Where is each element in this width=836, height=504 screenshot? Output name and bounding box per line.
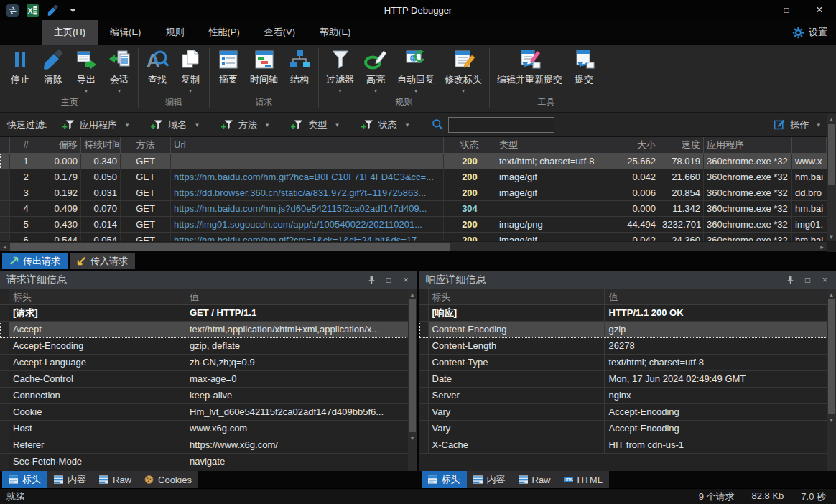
tab-html[interactable]: HTMLHTML xyxy=(557,471,609,488)
header-row[interactable]: VaryAccept-Encoding xyxy=(419,404,836,421)
tab-headers[interactable]: 标头 xyxy=(2,471,47,488)
column-header-domain[interactable] xyxy=(792,137,827,153)
column-header-num[interactable]: # xyxy=(10,137,42,153)
filter-domain-dropdown[interactable]: 域名▾ xyxy=(150,118,199,131)
column-header-indicator[interactable] xyxy=(0,137,10,153)
column-header-name[interactable]: 标头 xyxy=(429,289,605,304)
column-header-url[interactable]: Url xyxy=(171,137,444,153)
tab-raw[interactable]: Raw xyxy=(93,471,138,488)
request-row-4[interactable]: 40.4090.070GEThttps://hm.baidu.com/hm.js… xyxy=(0,201,836,217)
pin-button[interactable] xyxy=(367,276,376,285)
column-header-name[interactable]: 标头 xyxy=(9,289,185,304)
filter-status-dropdown[interactable]: 状态▾ xyxy=(361,118,409,131)
column-header-speed[interactable]: 速度 xyxy=(659,137,704,153)
column-header-offset[interactable]: 偏移 xyxy=(42,137,81,153)
app-button[interactable] xyxy=(6,4,19,17)
scroll-up-arrow[interactable]: ▴ xyxy=(827,114,836,123)
tab-incoming-requests[interactable]: 传入请求 xyxy=(70,253,135,269)
scroll-left-arrow[interactable]: ◂ xyxy=(0,242,9,251)
scroll-thumb[interactable] xyxy=(409,299,416,432)
header-row[interactable]: Refererhttps://www.x6g.com/ xyxy=(0,437,417,454)
scroll-up-arrow[interactable]: ▴ xyxy=(827,289,836,299)
filter-type-dropdown[interactable]: 类型▾ xyxy=(290,118,339,131)
vertical-scrollbar[interactable]: ▴ ▾ xyxy=(827,114,836,241)
header-row[interactable]: CookieHm_lvt_d60e542115f2ca02adf147d409b… xyxy=(0,404,417,421)
search-input[interactable] xyxy=(448,117,554,133)
tab-content[interactable]: 内容 xyxy=(467,471,512,488)
summary-button[interactable]: 摘要 xyxy=(212,45,245,95)
scroll-thumb[interactable] xyxy=(828,299,835,414)
excel-button[interactable]: X xyxy=(26,4,40,17)
header-row[interactable]: [请求]GET / HTTP/1.1 xyxy=(0,305,417,322)
header-row[interactable]: Hostwww.x6g.com xyxy=(0,421,417,437)
scroll-thumb[interactable] xyxy=(828,124,835,185)
pin-button[interactable] xyxy=(786,276,795,285)
export-button[interactable]: 导出▾ xyxy=(70,45,103,95)
header-row[interactable]: Servernginx xyxy=(419,388,836,404)
menu-tab-view[interactable]: 查看(V) xyxy=(252,20,307,45)
header-row[interactable]: VaryAccept-Encoding xyxy=(419,421,836,437)
sessions-button[interactable]: 会话▾ xyxy=(103,45,136,95)
request-row-3[interactable]: 30.1920.031GEThttps://dd.browser.360.cn/… xyxy=(0,185,836,201)
brush-button[interactable] xyxy=(46,4,60,17)
column-header-duration[interactable]: 持续时间 xyxy=(81,137,121,153)
scroll-right-arrow[interactable]: ▸ xyxy=(817,242,827,251)
settings-button[interactable]: 设置 xyxy=(792,20,827,45)
header-row[interactable]: X-CacheHIT from cdn-us-1 xyxy=(419,437,836,454)
maximize-button[interactable]: □ xyxy=(803,276,812,285)
edit-resubmit-button[interactable]: 编辑并重新提交 xyxy=(492,45,567,95)
header-row[interactable]: Cache-Controlmax-age=0 xyxy=(0,371,417,388)
filter-method-dropdown[interactable]: 方法▾ xyxy=(220,118,269,131)
request-row-1[interactable]: 10.0000.340GET200text/html; charset=utf-… xyxy=(0,154,836,169)
header-row[interactable]: Content-Length26278 xyxy=(419,338,836,355)
submit-button[interactable]: 提交 xyxy=(567,45,600,95)
filter-application-dropdown[interactable]: 应用程序▾ xyxy=(62,118,129,131)
close-button[interactable]: × xyxy=(803,0,836,20)
scroll-down-arrow[interactable]: ▾ xyxy=(827,415,836,424)
header-row[interactable]: Accept-Languagezh-CN,zh;q=0.9 xyxy=(0,355,417,371)
scroll-up-arrow[interactable]: ▴ xyxy=(408,289,417,299)
minimize-button[interactable]: – xyxy=(737,0,770,20)
column-header-type[interactable]: 类型 xyxy=(496,137,618,153)
header-row[interactable]: Content-Encodinggzip xyxy=(419,322,836,338)
column-header-size[interactable]: 大小 xyxy=(618,137,659,153)
scroll-down-arrow[interactable]: ▾ xyxy=(408,433,417,442)
highlight-button[interactable]: 高亮▾ xyxy=(359,45,392,95)
tab-outgoing-requests[interactable]: 传出请求 xyxy=(2,253,68,269)
menu-tab-rules[interactable]: 规则 xyxy=(153,20,196,45)
header-row[interactable]: Accepttext/html,application/xhtml+xml,ap… xyxy=(0,322,417,338)
caret-down-button[interactable] xyxy=(66,4,80,17)
request-row-2[interactable]: 20.1790.050GEThttps://hm.baidu.com/hm.gi… xyxy=(0,169,836,185)
scroll-down-arrow[interactable]: ▾ xyxy=(827,232,836,241)
stop-button[interactable]: 停止 xyxy=(4,45,37,95)
column-header-app[interactable]: 应用程序 xyxy=(704,137,792,153)
close-button[interactable]: × xyxy=(820,276,830,285)
menu-tab-edit[interactable]: 编辑(E) xyxy=(98,20,153,45)
tab-cookie[interactable]: Cookies xyxy=(138,471,198,488)
header-row[interactable]: Sec-Fetch-Modenavigate xyxy=(0,454,417,470)
timeline-button[interactable]: 时间轴 xyxy=(245,45,283,95)
actions-dropdown[interactable]: 操作 ▾ xyxy=(774,118,820,131)
find-button[interactable]: A查找 xyxy=(141,45,174,95)
maximize-button[interactable]: □ xyxy=(770,0,803,20)
tab-headers[interactable]: 标头 xyxy=(422,471,467,488)
vertical-scrollbar[interactable]: ▴ ▾ xyxy=(408,289,417,471)
column-header-value[interactable]: 值 xyxy=(605,289,827,304)
request-row-6[interactable]: 60.5440.054GEThttps://hm.baidu.com/hm.gi… xyxy=(0,233,836,241)
close-button[interactable]: × xyxy=(401,276,411,285)
menu-tab-performance[interactable]: 性能(P) xyxy=(196,20,251,45)
clear-button[interactable]: 清除 xyxy=(37,45,70,95)
menu-tab-help[interactable]: 帮助(E) xyxy=(307,20,363,45)
filter-button[interactable]: 过滤器▾ xyxy=(321,45,359,95)
menu-tab-home[interactable]: 主页(H) xyxy=(42,20,98,45)
header-row[interactable]: Connectionkeep-alive xyxy=(0,388,417,404)
tab-raw[interactable]: Raw xyxy=(512,471,557,488)
column-header-method[interactable]: 方法 xyxy=(121,137,171,153)
autoresponder-button[interactable]: 自动回复▾ xyxy=(392,45,440,95)
column-header-status[interactable]: 状态 xyxy=(444,137,496,153)
scroll-thumb[interactable] xyxy=(10,243,450,251)
column-header-value[interactable]: 值 xyxy=(185,289,408,304)
tab-content[interactable]: 内容 xyxy=(47,471,93,488)
header-row[interactable]: Content-Typetext/html; charset=utf-8 xyxy=(419,355,836,371)
structure-button[interactable]: 结构 xyxy=(283,45,316,95)
